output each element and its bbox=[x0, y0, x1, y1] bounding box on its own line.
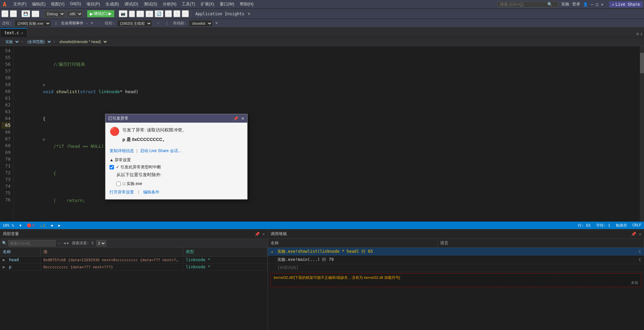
nav-back-icon[interactable]: ◀ bbox=[63, 241, 66, 245]
debug-config-select[interactable]: Debug bbox=[44, 10, 65, 18]
callstack-close-icon[interactable]: ✕ bbox=[639, 232, 641, 236]
callstack-name-1: 实验.exe!main(...) 行 79 bbox=[277, 257, 614, 263]
locals-value-head: 0x0075fcb8 {data=11692936 next=0xccccccc… bbox=[41, 257, 183, 263]
edit-conditions-link[interactable]: 编辑条件 bbox=[143, 189, 159, 195]
menu-analyze[interactable]: 分析(N) bbox=[160, 1, 179, 8]
step-over-btn[interactable]: ⤵ bbox=[129, 11, 135, 17]
open-exception-settings-link[interactable]: 打开异常设置 bbox=[110, 189, 134, 195]
breadcrumb-global[interactable]: (全局范围) bbox=[25, 39, 52, 44]
continue-label: 继续(C) ▶ bbox=[94, 11, 112, 17]
thread-select[interactable]: [18620] 主线程 bbox=[117, 20, 152, 27]
step-back-btn[interactable]: ↩ bbox=[182, 10, 189, 17]
depth-select[interactable]: 3 bbox=[96, 240, 106, 246]
menu-test[interactable]: 测试(S) bbox=[141, 1, 160, 8]
process-select[interactable]: [2480] 实验.exe bbox=[15, 20, 51, 27]
restart-btn[interactable]: 🔄 bbox=[155, 10, 163, 17]
live-share-session-link[interactable]: 启动 Live Share 会话... bbox=[140, 148, 181, 153]
expand-p-icon[interactable]: ▶ bbox=[3, 265, 5, 269]
screenshot-btn[interactable]: 📷 bbox=[119, 10, 128, 17]
dialog-close-icon[interactable]: ✕ bbox=[241, 116, 245, 121]
locals-row-head[interactable]: ▶ head 0x0075fcb8 {data=11692936 next=0x… bbox=[0, 256, 268, 264]
locals-pin-icon[interactable]: 📌 bbox=[255, 232, 260, 236]
bottom-panels: 局部变量 📌 ✕ 🔍 — ◀ ▶ 搜索深度: 3 3 名称 值 类型 bbox=[0, 229, 644, 330]
exception-settings-section: ▲ 异常设置 ✓ 引发此异常类型时中断 从以下位置引发时除外: □ 实验.exe bbox=[110, 157, 243, 187]
stack-expand-icon[interactable]: ▼ bbox=[215, 21, 218, 25]
menu-tools[interactable]: 工具(T) bbox=[179, 1, 198, 8]
break-checkbox[interactable] bbox=[110, 165, 114, 169]
nav-prev[interactable]: ◀ bbox=[51, 223, 53, 228]
editor-container: 54 55 56 57 58 59 60 61 62 63 64 65 66 6… bbox=[0, 46, 644, 222]
lifecycle-dropdown-icon[interactable]: ▼ bbox=[91, 21, 93, 25]
pause-btn[interactable]: ⏸ bbox=[136, 11, 144, 17]
platform-select[interactable]: x86 bbox=[66, 10, 83, 18]
scrollbar-thumb[interactable] bbox=[640, 53, 644, 73]
locals-name-p: ▶ p bbox=[0, 264, 41, 270]
save-all-button[interactable]: 🗂 bbox=[32, 11, 39, 17]
copy-details-link[interactable]: 复制详细信息 bbox=[110, 148, 134, 153]
minimize-icon[interactable]: — bbox=[591, 2, 593, 7]
callstack-row-1[interactable]: 实验.exe!main(...) 行 79 C bbox=[268, 256, 644, 264]
continue-button[interactable]: ▶ 继续(C) ▶ bbox=[87, 10, 114, 17]
menu-edit[interactable]: 编辑(E) bbox=[29, 1, 48, 8]
breadcrumb-sep1: › bbox=[21, 39, 23, 44]
locals-table-body: ▶ head 0x0075fcb8 {data=11692936 next=0x… bbox=[0, 256, 268, 271]
tab-expand-icon[interactable]: ↕ bbox=[640, 32, 643, 36]
format-info: 制表符 bbox=[616, 223, 627, 228]
stack-select[interactable]: showlist bbox=[189, 20, 213, 27]
locals-table-header: 名称 值 类型 bbox=[0, 248, 268, 256]
right-items: 实验 登录 👤 — □ ✕ bbox=[561, 1, 604, 7]
tab-settings-icon[interactable]: ⚙ bbox=[637, 32, 639, 36]
separator3 bbox=[85, 11, 85, 17]
maximize-icon[interactable]: □ bbox=[596, 2, 598, 7]
nav-next[interactable]: ▶ bbox=[58, 223, 61, 228]
nav-fwd-icon[interactable]: ▶ bbox=[67, 241, 69, 245]
lifecycle-label: 生命周期事件 - bbox=[61, 21, 88, 26]
app-insights-dropdown[interactable]: ▼ bbox=[248, 12, 250, 16]
zoom-level: 105 % bbox=[3, 223, 14, 228]
break-on-exception-checkbox[interactable]: ✓ 引发此异常类型时中断 bbox=[110, 164, 243, 170]
menu-build[interactable]: 生成(B) bbox=[103, 1, 122, 8]
line-numbers: 54 55 56 57 58 59 60 61 62 63 64 65 66 6… bbox=[0, 46, 14, 222]
undo-button[interactable]: ↩ bbox=[1, 10, 8, 17]
step-out-btn[interactable]: ⬆ bbox=[173, 10, 180, 17]
step-into-btn[interactable]: ⬇ bbox=[165, 10, 172, 17]
stop-btn[interactable]: ⏹ bbox=[145, 11, 153, 17]
menu-file[interactable]: 文件(F) bbox=[11, 1, 29, 8]
live-share-button[interactable]: ↗ Live Share bbox=[609, 1, 643, 7]
breadcrumb-function[interactable]: showlist(linknode * head) bbox=[57, 39, 108, 44]
locals-row-p[interactable]: ▶ p 0xccccccccc {data=??? next=???} link… bbox=[0, 264, 268, 271]
workspace-label: 实验 bbox=[561, 1, 569, 7]
editor-scrollbar[interactable] bbox=[640, 46, 644, 222]
menu-help[interactable]: 帮助(H) bbox=[237, 1, 256, 8]
menu-window[interactable]: 窗口(W) bbox=[217, 1, 237, 8]
locals-name-head: ▶ head bbox=[0, 256, 41, 263]
menu-debug[interactable]: 调试(D) bbox=[122, 1, 141, 8]
save-button[interactable]: 💾 bbox=[21, 10, 30, 17]
vs-logo: A bbox=[1, 1, 8, 8]
expand-head-icon[interactable]: ▶ bbox=[3, 257, 5, 262]
callstack-row-0[interactable]: ⇒ 实验.exe!showlist(linknode * head) 行 65 … bbox=[268, 248, 644, 256]
callstack-pin-icon[interactable]: 📌 bbox=[631, 232, 636, 236]
menu-project[interactable]: 项目(P) bbox=[84, 1, 103, 8]
redo-button[interactable]: ↪ bbox=[10, 10, 17, 17]
callstack-row-2[interactable]: [外部代码] bbox=[268, 264, 644, 272]
locals-search-input[interactable] bbox=[8, 240, 56, 246]
exception-settings-title: ▲ 异常设置 bbox=[110, 157, 243, 163]
tab-close-icon[interactable]: ✕ bbox=[21, 31, 23, 35]
search-box[interactable]: 🔍 bbox=[497, 1, 559, 7]
exclude-checkbox-row[interactable]: □ 实验.exe bbox=[116, 181, 243, 187]
dialog-pin-icon[interactable]: 📌 bbox=[233, 116, 238, 121]
tab-textc[interactable]: text.c ✕ bbox=[0, 28, 27, 37]
status-right: 行: 65 字符: 1 制表符 CRLF bbox=[578, 223, 641, 228]
menu-extensions[interactable]: 扩展(X) bbox=[198, 1, 217, 8]
menu-view[interactable]: 视图(V) bbox=[48, 1, 67, 8]
breadcrumb-scope[interactable]: 实验 bbox=[3, 39, 20, 44]
login-button[interactable]: 登录 bbox=[572, 1, 580, 7]
search-input[interactable] bbox=[500, 2, 547, 7]
exclude-checkbox[interactable] bbox=[116, 182, 121, 186]
close-icon[interactable]: ✕ bbox=[601, 2, 603, 7]
locals-close-icon[interactable]: ✕ bbox=[262, 232, 265, 236]
zoom-toggle[interactable]: ▼ bbox=[19, 224, 21, 227]
menu-git[interactable]: Git(G) bbox=[67, 1, 84, 8]
separator1 bbox=[19, 11, 19, 17]
